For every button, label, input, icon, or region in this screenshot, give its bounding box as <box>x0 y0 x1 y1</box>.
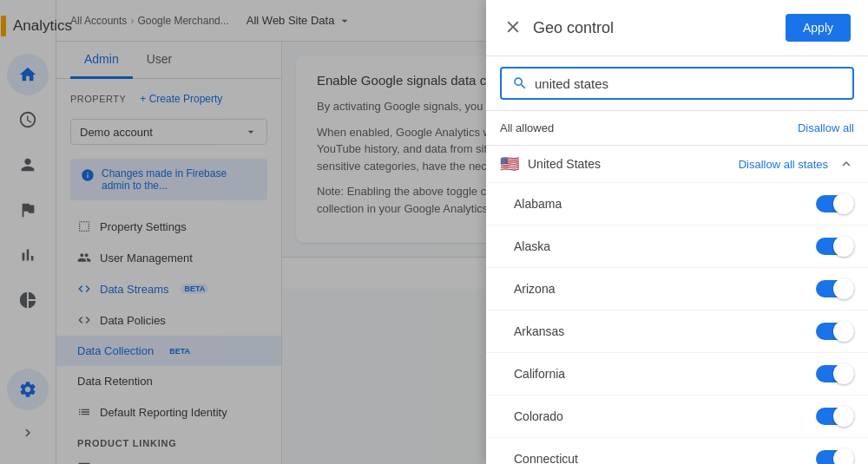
state-item-connecticut: Connecticut <box>486 438 868 464</box>
toggle-thumb <box>833 321 854 342</box>
toggle-thumb <box>833 278 854 299</box>
close-icon <box>503 17 523 36</box>
toggle-thumb <box>833 363 854 384</box>
state-item-california: California <box>486 353 868 395</box>
state-item-alabama: Alabama <box>486 183 868 225</box>
state-item-alaska: Alaska <box>486 225 868 268</box>
toggle-alabama[interactable] <box>816 193 854 214</box>
geo-panel: Geo control Apply All allowed Disallow a… <box>486 0 868 464</box>
disallow-all-states-button[interactable]: Disallow all states <box>739 158 828 171</box>
state-name-connecticut: Connecticut <box>514 452 578 464</box>
toggle-colorado[interactable] <box>816 406 854 427</box>
state-name-alaska: Alaska <box>514 239 550 253</box>
toggle-thumb <box>833 236 854 257</box>
geo-states-list: Alabama Alaska Arizona Arkansas <box>486 183 868 464</box>
apply-button[interactable]: Apply <box>786 14 851 42</box>
geo-header: Geo control Apply <box>486 0 868 56</box>
geo-close-button[interactable] <box>503 17 523 39</box>
state-name-california: California <box>514 367 565 381</box>
state-item-colorado: Colorado <box>486 395 868 438</box>
geo-country-header: 🇺🇸 United States Disallow all states <box>486 146 868 183</box>
toggle-thumb <box>833 193 854 214</box>
geo-country-name: 🇺🇸 United States <box>500 154 601 173</box>
toggle-arizona[interactable] <box>816 278 854 299</box>
toggle-connecticut[interactable] <box>816 448 854 464</box>
country-name: United States <box>528 157 601 171</box>
toggle-thumb <box>833 406 854 427</box>
geo-search-input[interactable] <box>535 76 842 91</box>
state-name-alabama: Alabama <box>514 197 562 211</box>
geo-search-icon <box>512 75 528 91</box>
geo-search-inner <box>500 67 854 100</box>
state-item-arkansas: Arkansas <box>486 310 868 353</box>
country-flag: 🇺🇸 <box>500 154 519 173</box>
all-allowed-text: All allowed <box>500 121 554 134</box>
state-item-arizona: Arizona <box>486 268 868 310</box>
toggle-thumb <box>833 448 854 464</box>
geo-title: Geo control <box>533 19 786 37</box>
disallow-all-button[interactable]: Disallow all <box>798 121 854 134</box>
state-name-arizona: Arizona <box>514 282 555 296</box>
geo-search <box>486 56 868 111</box>
state-name-arkansas: Arkansas <box>514 324 564 338</box>
toggle-california[interactable] <box>816 363 854 384</box>
toggle-alaska[interactable] <box>816 236 854 257</box>
chevron-up-icon[interactable] <box>838 156 854 172</box>
geo-all-allowed-row: All allowed Disallow all <box>486 111 868 146</box>
state-name-colorado: Colorado <box>514 409 563 423</box>
toggle-arkansas[interactable] <box>816 321 854 342</box>
